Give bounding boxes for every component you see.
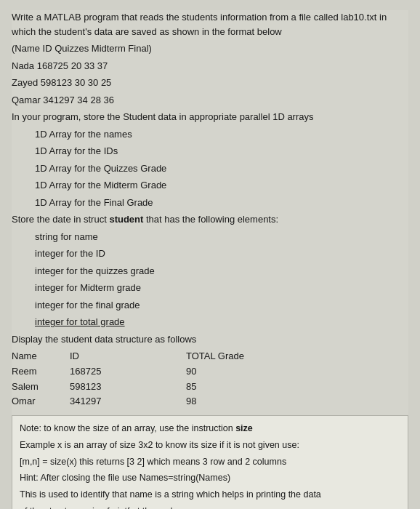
- cell-id-1: 598123: [70, 380, 186, 395]
- struct-elements: string for name integer for the ID integ…: [12, 230, 408, 329]
- arrays-intro: In your program, store the Student data …: [12, 110, 408, 124]
- array-names: 1D Array for the names: [35, 127, 408, 142]
- note-line2: Example x is an array of size 3x2 to kno…: [20, 438, 400, 452]
- array-final: 1D Array for the Final Grade: [35, 196, 408, 210]
- elem-final: integer for the final grade: [35, 298, 408, 313]
- student-nada: Nada 168725 20 33 37: [12, 59, 408, 73]
- table-header-row: Name ID TOTAL Grade: [12, 349, 408, 364]
- struct-keyword: student: [109, 214, 143, 225]
- display-intro: Display the student data structure as fo…: [12, 332, 408, 347]
- cell-name-2: Omar: [12, 394, 70, 409]
- cell-id-2: 341297: [70, 394, 186, 409]
- struct-intro: Store the date in struct student that ha…: [12, 212, 408, 227]
- elem-string: string for name: [35, 230, 408, 244]
- table-row: Salem 598123 85: [12, 380, 408, 395]
- array-ids: 1D Array for the IDs: [35, 144, 408, 159]
- col-header-id: ID: [70, 349, 186, 364]
- table-row: Omar 341297 98: [12, 394, 408, 409]
- note-line3: [m,n] = size(x) this returns [3 2] which…: [20, 455, 400, 469]
- elem-midterm: integer for Midterm grade: [35, 281, 408, 295]
- cell-total-0: 90: [186, 364, 273, 380]
- cell-name-1: Salem: [12, 380, 70, 395]
- student-zayed: Zayed 598123 30 30 25: [12, 76, 408, 90]
- cell-total-1: 85: [186, 380, 273, 395]
- col-header-name: Name: [12, 349, 70, 364]
- note-line6: of the structure using fprintf at the en…: [20, 505, 400, 509]
- note-box: Note: to know the size of an array, use …: [12, 415, 408, 509]
- elem-id: integer for the ID: [35, 247, 408, 261]
- student-table: Name ID TOTAL Grade Reem 168725 90 Salem…: [12, 349, 408, 409]
- table-row: Reem 168725 90: [12, 364, 408, 380]
- col-header-total: TOTAL Grade: [186, 349, 273, 364]
- note-line5: This is used to identify that name is a …: [20, 488, 400, 502]
- arrays-list: 1D Array for the names 1D Array for the …: [12, 127, 408, 210]
- size-keyword: size: [235, 423, 253, 433]
- elem-total: integer for total grade: [35, 315, 408, 329]
- fprintf-keyword: fprintf: [107, 506, 129, 509]
- cell-name-0: Reem: [12, 364, 70, 380]
- main-content: Write a MATLAB program that reads the st…: [12, 10, 408, 509]
- student-qamar: Qamar 341297 34 28 36: [12, 93, 408, 108]
- cell-id-0: 168725: [70, 364, 186, 380]
- array-midterm: 1D Array for the Midterm Grade: [35, 178, 408, 193]
- note-line4: Hint: After closing the file use Names=s…: [20, 471, 400, 485]
- note-line1: Note: to know the size of an array, use …: [20, 422, 400, 436]
- format-header: (Name ID Quizzes Midterm Final): [12, 41, 408, 56]
- array-quizzes: 1D Array for the Quizzes Grade: [35, 161, 408, 176]
- cell-total-2: 98: [186, 394, 273, 409]
- intro-text: Write a MATLAB program that reads the st…: [12, 10, 408, 39]
- elem-quizzes: integer for the quizzes grade: [35, 264, 408, 278]
